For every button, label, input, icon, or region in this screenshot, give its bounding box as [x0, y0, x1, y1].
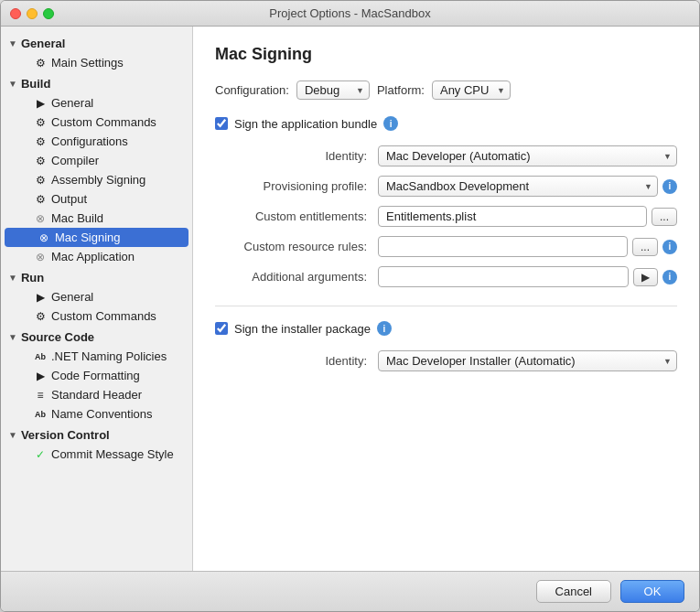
identity-row: Mac Developer (Automatic) ▼	[378, 145, 677, 166]
info-icon[interactable]: i	[662, 240, 677, 254]
sidebar-item-label: Name Conventions	[51, 407, 153, 421]
platform-select[interactable]: Any CPU x86 x64	[432, 81, 511, 100]
entitlements-input[interactable]	[378, 206, 647, 227]
chevron-down-icon: ▼	[8, 38, 17, 48]
play-icon: ▶	[34, 97, 47, 110]
configuration-select-wrapper: Debug Release ▼	[296, 81, 370, 100]
installer-identity-label: Identity:	[224, 354, 371, 368]
chevron-down-icon: ▼	[8, 332, 17, 342]
chevron-down-icon: ▼	[8, 79, 17, 89]
provisioning-row: MacSandbox Development ▼ i	[378, 176, 677, 197]
window-title: Project Options - MacSandbox	[269, 6, 430, 20]
provisioning-select[interactable]: MacSandbox Development	[378, 176, 658, 197]
sidebar-group-run[interactable]: ▼ Run	[1, 268, 192, 287]
sidebar-item-name-conventions[interactable]: Ab Name Conventions	[1, 404, 192, 424]
additional-args-arrow-button[interactable]: ▶	[633, 268, 658, 286]
sidebar-item-label: Main Settings	[51, 56, 124, 70]
sidebar-item-label: Assembly Signing	[51, 173, 145, 187]
sidebar-item-label: General	[51, 290, 93, 304]
sidebar-group-source-code[interactable]: ▼ Source Code	[1, 327, 192, 347]
info-icon[interactable]: i	[662, 179, 677, 194]
main-window: Project Options - MacSandbox ▼ General ⚙…	[0, 0, 700, 612]
gear-icon: ⚙	[34, 57, 47, 70]
sidebar-item-run-general[interactable]: ▶ General	[1, 287, 192, 306]
installer-identity-select[interactable]: Mac Developer Installer (Automatic)	[378, 350, 677, 371]
configuration-label: Configuration:	[215, 83, 289, 97]
sidebar-item-compiler[interactable]: ⚙ Compiler	[1, 151, 192, 170]
info-icon[interactable]: i	[662, 270, 677, 285]
sidebar-item-label: Mac Application	[51, 250, 135, 263]
sidebar-item-mac-signing[interactable]: ⊗ Mac Signing	[5, 228, 188, 247]
installer-form: Identity: Mac Developer Installer (Autom…	[215, 350, 677, 371]
resource-rules-label: Custom resource rules:	[224, 240, 371, 253]
info-icon[interactable]: i	[383, 116, 398, 131]
sidebar-section-build: ▼ Build ▶ General ⚙ Custom Commands ⚙ Co…	[1, 74, 192, 266]
sidebar-group-general-label: General	[21, 37, 65, 50]
sidebar-group-build[interactable]: ▼ Build	[1, 74, 192, 93]
sidebar-item-label: .NET Naming Policies	[51, 349, 167, 363]
resource-rules-input[interactable]	[378, 236, 628, 257]
identity-select[interactable]: Mac Developer (Automatic)	[378, 145, 677, 166]
sign-bundle-label: Sign the application bundle	[234, 117, 377, 131]
sidebar-item-code-formatting[interactable]: ▶ Code Formatting	[1, 366, 192, 385]
minimize-button[interactable]	[27, 8, 38, 19]
sidebar-item-label: Code Formatting	[51, 369, 140, 382]
signing-form: Identity: Mac Developer (Automatic) ▼ Pr…	[215, 145, 677, 287]
provisioning-select-wrapper: MacSandbox Development ▼	[378, 176, 658, 197]
sidebar-item-label: Compiler	[51, 154, 99, 167]
ab-icon: Ab	[34, 410, 47, 419]
sign-installer-checkbox[interactable]	[215, 322, 228, 335]
gear-icon: ⚙	[34, 116, 47, 129]
ok-button[interactable]: OK	[620, 580, 684, 603]
sidebar-item-assembly-signing[interactable]: ⚙ Assembly Signing	[1, 170, 192, 189]
lines-icon: ≡	[34, 389, 47, 402]
sidebar-item-custom-commands[interactable]: ⚙ Custom Commands	[1, 113, 192, 132]
sidebar-item-main-settings[interactable]: ⚙ Main Settings	[1, 53, 192, 72]
sidebar-group-run-label: Run	[21, 271, 44, 285]
ab-icon: Ab	[34, 352, 47, 361]
info-icon[interactable]: i	[377, 321, 392, 336]
sidebar-item-run-custom-commands[interactable]: ⚙ Custom Commands	[1, 306, 192, 326]
sidebar-item-configurations[interactable]: ⚙ Configurations	[1, 132, 192, 151]
additional-args-label: Additional arguments:	[224, 270, 371, 284]
sidebar-item-build-general[interactable]: ▶ General	[1, 93, 192, 113]
additional-args-row: ▶ i	[378, 266, 677, 287]
sidebar-item-label: General	[51, 96, 93, 110]
gear-icon: ⚙	[34, 135, 47, 148]
entitlements-browse-button[interactable]: ...	[652, 208, 677, 226]
maximize-button[interactable]	[43, 8, 54, 19]
sign-bundle-checkbox[interactable]	[215, 117, 228, 130]
sidebar-item-label: Output	[51, 192, 87, 206]
close-button[interactable]	[10, 8, 21, 19]
cancel-button[interactable]: Cancel	[536, 580, 611, 603]
sidebar-group-version-control[interactable]: ▼ Version Control	[1, 425, 192, 445]
platform-select-wrapper: Any CPU x86 x64 ▼	[432, 81, 511, 100]
main-content: ▼ General ⚙ Main Settings ▼ Build ▶ Gene…	[1, 27, 699, 571]
additional-args-input[interactable]	[378, 266, 629, 287]
installer-identity-select-wrapper: Mac Developer Installer (Automatic) ▼	[378, 350, 677, 371]
configuration-select[interactable]: Debug Release	[296, 81, 370, 100]
sidebar-item-net-naming[interactable]: Ab .NET Naming Policies	[1, 347, 192, 366]
identity-select-wrapper: Mac Developer (Automatic) ▼	[378, 145, 677, 166]
gear-icon: ⚙	[34, 155, 47, 167]
gear-icon: ⚙	[34, 193, 47, 206]
play-icon: ▶	[34, 291, 47, 304]
sidebar-group-general[interactable]: ▼ General	[1, 34, 192, 53]
gear-icon: ⚙	[34, 310, 47, 323]
provisioning-label: Provisioning profile:	[224, 179, 371, 193]
identity-label: Identity:	[224, 149, 371, 163]
sidebar-item-mac-application[interactable]: ⊗ Mac Application	[1, 247, 192, 266]
sign-installer-row: Sign the installer package i	[215, 321, 677, 336]
sidebar-section-run: ▼ Run ▶ General ⚙ Custom Commands	[1, 268, 192, 326]
sidebar-group-version-control-label: Version Control	[21, 428, 110, 442]
divider	[215, 306, 677, 306]
sidebar-group-source-code-label: Source Code	[21, 330, 94, 344]
sidebar-section-version-control: ▼ Version Control ✓ Commit Message Style	[1, 425, 192, 464]
resource-rules-browse-button[interactable]: ...	[632, 238, 658, 256]
sidebar-item-output[interactable]: ⚙ Output	[1, 189, 192, 209]
sidebar-item-standard-header[interactable]: ≡ Standard Header	[1, 385, 192, 404]
sidebar-item-commit-message[interactable]: ✓ Commit Message Style	[1, 445, 192, 464]
sidebar-item-mac-build[interactable]: ⊗ Mac Build	[1, 209, 192, 228]
sidebar-section-general: ▼ General ⚙ Main Settings	[1, 34, 192, 72]
installer-identity-row: Mac Developer Installer (Automatic) ▼	[378, 350, 677, 371]
